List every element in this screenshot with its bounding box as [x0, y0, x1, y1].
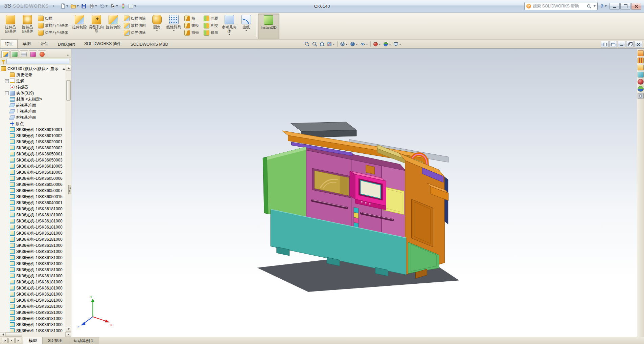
tree-item[interactable]: 传感器 — [1, 84, 66, 90]
maximize-button[interactable] — [620, 3, 630, 10]
tree-item[interactable]: SK36光机-1/SK36010005 — [1, 169, 66, 175]
tree-item[interactable]: SK36光机-1/SK36050007 — [1, 188, 66, 194]
model-ck6140[interactable]: Y X Z — [71, 49, 637, 337]
dropdown-arrow-icon[interactable] — [379, 44, 381, 45]
tree-expander[interactable] — [5, 98, 9, 101]
doc-tab[interactable]: 模型 — [23, 337, 43, 344]
tree-expander[interactable] — [5, 250, 9, 254]
extruded-cut-button[interactable]: 拉伸切除 — [71, 14, 88, 39]
tree-expander[interactable] — [5, 323, 9, 327]
scroll-up-button[interactable] — [66, 65, 71, 71]
next-tab-button[interactable] — [15, 338, 21, 343]
tree-item[interactable]: 原点 — [1, 121, 66, 127]
tree-expander[interactable] — [5, 122, 9, 126]
instant3d-button[interactable]: Instant3D — [258, 14, 279, 39]
apply-scene-button[interactable] — [382, 41, 392, 47]
tree-item[interactable]: SK36光机-1/SK36181000 — [1, 249, 66, 255]
tree-expander[interactable] — [5, 134, 9, 138]
tree-item[interactable]: SK36光机-1/SK36010005 — [1, 163, 66, 169]
dropdown-arrow-icon[interactable] — [228, 34, 230, 35]
tree-item[interactable]: SK36光机-1/SK36181000 — [1, 224, 66, 230]
dropdown-arrow-icon[interactable] — [399, 44, 401, 45]
tree-item[interactable]: SK36光机-1/SK36050003 — [1, 157, 66, 163]
tree-expander[interactable] — [5, 158, 9, 162]
tree-item[interactable]: SK36光机-1/SK36050001 — [1, 151, 66, 157]
scroll-right-button[interactable] — [65, 332, 71, 337]
first-tab-button[interactable] — [2, 338, 8, 343]
tree-item[interactable]: 材质 <未指定> — [1, 96, 66, 102]
revolved-boss-button[interactable]: 旋转凸台/基体 — [19, 14, 36, 39]
tree-item[interactable]: SK36光机-1/SK36181000 — [1, 297, 66, 303]
tree-item[interactable]: SK36光机-1/SK36181000 — [1, 212, 66, 218]
tree-item[interactable]: SK36光机-1/SK36181000 — [1, 261, 66, 267]
tree-item[interactable]: SK36光机-1/SK36181000 — [1, 291, 66, 297]
machine-left-green-panel[interactable] — [263, 147, 306, 216]
scenes-icon[interactable] — [638, 86, 644, 92]
tree-expander[interactable] — [5, 299, 9, 302]
tree-expander[interactable] — [5, 140, 9, 144]
dimxpertmanager-tab[interactable] — [29, 50, 37, 58]
tree-expander[interactable] — [5, 128, 9, 132]
featuremanager-tree-tab[interactable] — [1, 50, 10, 58]
tree-item[interactable]: SK36光机-1/SK36181000 — [1, 206, 66, 212]
tree-expander[interactable] — [5, 152, 9, 156]
design-library-icon[interactable] — [638, 58, 644, 63]
split-pane-button[interactable] — [601, 41, 608, 47]
tree-item[interactable]: 上视基准面 — [1, 108, 66, 114]
ribbon-small-button[interactable]: 放样凸台/基体 — [37, 22, 69, 29]
ribbon-small-button[interactable]: 筋 — [184, 15, 200, 22]
filter-funnel-icon[interactable] — [2, 60, 5, 63]
configurationmanager-tab[interactable] — [20, 50, 28, 58]
tree-expander[interactable] — [5, 268, 9, 272]
reference-geometry-button[interactable]: 参考几何体 — [221, 14, 238, 39]
ribbon-tab[interactable]: SOLIDWORKS MBD — [126, 40, 172, 48]
pane-layout-button[interactable] — [609, 41, 617, 47]
scrollbar-thumb[interactable] — [66, 80, 71, 101]
zoom-fit-button[interactable] — [304, 41, 311, 47]
tree-item[interactable]: SK36光机-1/SK36181000 — [1, 242, 66, 249]
doc-tab[interactable]: 运动算例 1 — [68, 337, 99, 344]
ribbon-small-button[interactable]: 镜向 — [203, 29, 219, 36]
panel-splitter-handle[interactable] — [68, 185, 71, 194]
solidworks-resources-icon[interactable] — [638, 50, 644, 56]
scroll-down-button[interactable] — [66, 326, 71, 332]
help-button[interactable]: ? — [600, 3, 607, 9]
tree-item[interactable]: SK36光机-1/SK36181000 — [1, 316, 66, 322]
tree-item[interactable]: SK36光机-1/SK36181000 — [1, 267, 66, 273]
ribbon-small-button[interactable]: 抽壳 — [184, 29, 200, 36]
hide-show-items-button[interactable] — [359, 41, 369, 47]
tree-item[interactable]: SK36光机-1/SK36181000 — [1, 309, 66, 316]
ribbon-tab[interactable]: DimXpert — [53, 40, 79, 48]
tree-item[interactable]: SK36光机-1/SK36010002 — [1, 133, 66, 139]
tree-item[interactable]: SK36光机-1/SK36181000 — [1, 236, 66, 242]
tree-item[interactable]: SK36光机-1/SK36020001 — [1, 139, 66, 145]
propertymanager-tab[interactable] — [10, 50, 19, 58]
undo-button[interactable] — [98, 2, 109, 10]
search-scope-dropdown-icon[interactable] — [594, 5, 596, 7]
tree-expander[interactable] — [5, 165, 9, 168]
doc-minimize-button[interactable] — [618, 41, 625, 47]
extruded-boss-button[interactable]: 拉伸凸台/基体 — [2, 14, 19, 39]
tree-expander[interactable] — [5, 293, 9, 296]
tree-item[interactable]: SK36光机-1/SK36040001 — [1, 200, 66, 206]
tree-item[interactable]: SK36光机-1/SK36181000 — [1, 273, 66, 279]
tree-expander[interactable] — [5, 116, 9, 120]
tree-item[interactable]: SK36光机-1/SK36050006 — [1, 175, 66, 181]
dropdown-arrow-icon[interactable] — [156, 30, 158, 31]
section-view-button[interactable] — [326, 41, 336, 47]
tree-item[interactable]: SK36光机-1/SK36010001 — [1, 127, 66, 133]
tree-root-item[interactable]: CK6140 (默认<<默认>_显示 — [1, 66, 66, 72]
display-style-button[interactable] — [349, 41, 359, 47]
dropdown-arrow-icon[interactable] — [245, 30, 247, 31]
minimize-button[interactable] — [610, 3, 620, 10]
dropdown-arrow-icon[interactable] — [173, 30, 175, 31]
help-search-input[interactable]: ? 搜索 SOLIDWORKS 帮助 — [524, 2, 598, 10]
ribbon-small-button[interactable]: 相交 — [203, 22, 219, 29]
tree-item[interactable]: SK36光机-1/SK36050006 — [1, 181, 66, 188]
graphics-area[interactable]: Y X Z — [71, 49, 637, 337]
ribbon-tab[interactable]: 特征 — [1, 39, 18, 48]
tree-expander[interactable] — [5, 280, 9, 284]
hole-wizard-button[interactable]: 异型孔向导 — [88, 14, 105, 39]
ribbon-small-button[interactable]: 包覆 — [203, 15, 219, 22]
tree-item[interactable]: SK36光机-1/SK36181000 — [1, 322, 66, 328]
